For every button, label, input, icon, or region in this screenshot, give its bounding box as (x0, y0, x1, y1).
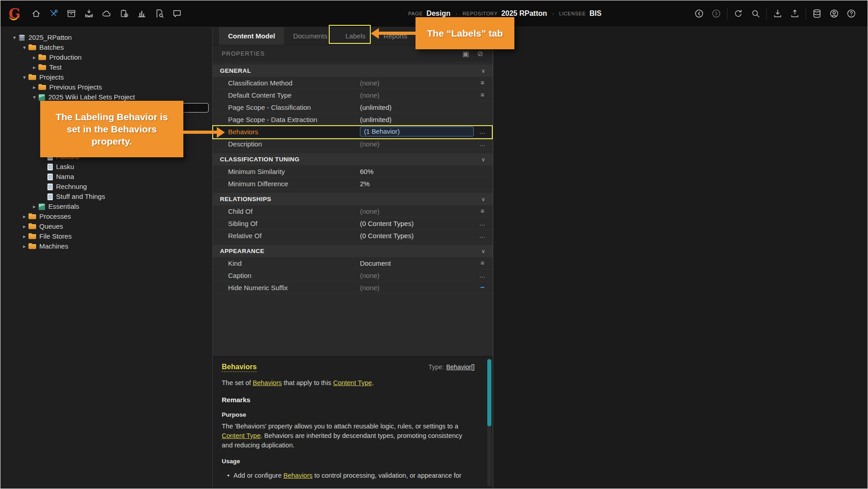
tree-item[interactable]: ▸ Machines (0, 241, 212, 251)
no-entry-icon[interactable]: ⊘ (477, 49, 484, 58)
property-row[interactable]: Page Scope - Data Extraction (unlimited) (213, 113, 493, 126)
download-icon[interactable] (772, 8, 784, 19)
chevron-down-icon[interactable]: ∨ (481, 68, 485, 74)
property-row[interactable]: Kind Document ≡ (213, 257, 493, 269)
expander-icon[interactable]: ▸ (30, 82, 38, 92)
property-row[interactable]: Minimum Difference 2% (213, 178, 493, 190)
chevron-down-icon[interactable]: ∨ (481, 196, 485, 202)
tree-item[interactable]: ▾ Batches (0, 42, 212, 52)
property-row[interactable]: Description (none) … (213, 138, 493, 150)
tree-item[interactable]: ▾ 2025_RPatton (0, 33, 212, 42)
chevron-down-icon[interactable]: ∨ (481, 156, 485, 163)
back-icon[interactable] (693, 8, 705, 19)
tree-item[interactable]: Lasku (0, 162, 212, 172)
expander-icon[interactable]: ▸ (30, 62, 38, 72)
refresh-icon[interactable] (733, 8, 744, 19)
property-action-button[interactable]: ≡ (477, 79, 487, 86)
property-row[interactable]: Page Scope - Classification (unlimited) (213, 101, 493, 113)
text-segment[interactable]: Content Type (222, 432, 261, 439)
chevron-down-icon[interactable]: ∨ (481, 248, 485, 254)
chat-icon[interactable] (171, 8, 183, 19)
home-icon[interactable] (30, 8, 42, 19)
property-action-button[interactable]: ≡ (477, 91, 487, 99)
property-value[interactable]: (none) (360, 207, 477, 215)
section-header-tuning[interactable]: CLASSIFICATION TUNING ∨ (213, 153, 493, 165)
upload-icon[interactable] (789, 8, 801, 19)
help-icon[interactable] (845, 8, 857, 19)
tree-item[interactable]: ▸ Essentials (0, 202, 212, 212)
tasks-clock-icon[interactable] (118, 8, 130, 19)
page-value[interactable]: Design (426, 9, 450, 18)
bar-chart-icon[interactable] (136, 8, 148, 19)
pin-icon[interactable]: ▣ (462, 49, 470, 58)
user-icon[interactable] (828, 8, 840, 19)
property-value[interactable]: (0 Content Types) (360, 220, 477, 227)
expander-icon[interactable]: ▸ (20, 212, 28, 221)
property-action-button[interactable]: ≡ (477, 207, 487, 215)
tree-item[interactable]: ▸ Previous Projects (0, 82, 212, 92)
section-header-relationships[interactable]: RELATIONSHIPS ∨ (213, 193, 493, 205)
section-header-appearance[interactable]: APPEARANCE ∨ (213, 245, 493, 257)
tree-item[interactable]: Rechnung (0, 182, 212, 192)
property-value[interactable]: (none) (360, 284, 477, 292)
submit-batch-icon[interactable] (83, 8, 95, 19)
tree-item[interactable]: Stuff and Things (0, 192, 212, 202)
search-icon[interactable] (750, 8, 761, 19)
property-value[interactable]: Document (360, 259, 477, 267)
tree-item[interactable]: ▸ Test (0, 62, 212, 72)
property-value[interactable]: (none) (360, 91, 477, 99)
property-value[interactable]: (none) (360, 272, 477, 279)
text-segment[interactable]: Content Type (333, 379, 372, 386)
forward-icon[interactable] (710, 8, 722, 19)
property-row[interactable]: Caption (none) … (213, 269, 493, 282)
tools-icon[interactable] (48, 8, 60, 19)
archive-box-icon[interactable] (65, 8, 77, 19)
expander-icon[interactable]: ▾ (20, 72, 28, 82)
tree-item[interactable]: ▾ 2025 Wiki Label Sets Project (0, 92, 212, 102)
property-value[interactable]: (none) (360, 140, 477, 148)
type-link[interactable]: Behavior[] (446, 363, 475, 371)
property-row[interactable]: Child Of (none) ≡ (213, 205, 493, 217)
tab[interactable]: Content Model (219, 27, 284, 45)
help-title[interactable]: Behaviors (222, 363, 257, 372)
property-value[interactable]: 60% (360, 168, 477, 175)
scrollbar-thumb[interactable] (487, 359, 491, 426)
tree-item[interactable]: Faktura (0, 152, 212, 162)
document-search-icon[interactable] (154, 8, 165, 19)
text-segment[interactable]: Behaviors (284, 472, 313, 479)
property-action-button[interactable]: … (477, 272, 487, 279)
tree-item[interactable]: ▸ Processes (0, 212, 212, 221)
help-scrollbar[interactable] (487, 358, 491, 486)
rename-input[interactable] (40, 103, 209, 113)
tree-item[interactable]: ▸ Queues (0, 221, 212, 231)
property-row[interactable]: Behaviors (1 Behavior) … (213, 126, 493, 138)
property-value[interactable]: (0 Content Types) (360, 232, 477, 240)
property-row[interactable]: Minimum Similarity 60% (213, 165, 493, 178)
property-value[interactable]: (unlimited) (360, 116, 477, 123)
expander-icon[interactable]: ▸ (30, 52, 38, 62)
property-value[interactable]: (unlimited) (360, 103, 477, 111)
expander-icon[interactable]: ▾ (10, 33, 19, 42)
property-value[interactable]: (1 Behavior) (360, 127, 474, 136)
property-action-button[interactable]: … (477, 128, 487, 135)
grooper-logo[interactable]: G (9, 7, 20, 21)
expander-icon[interactable]: ▸ (20, 241, 28, 251)
property-row[interactable]: Default Content Type (none) ≡ (213, 89, 493, 101)
tree-item[interactable]: ▾ Projects (0, 72, 212, 82)
tree-item[interactable]: Nama (0, 172, 212, 182)
property-action-button[interactable]: … (477, 220, 487, 227)
expander-icon[interactable]: ▸ (20, 221, 28, 231)
tree-item[interactable]: ▸ File Stores (0, 231, 212, 241)
expander-icon[interactable]: ▾ (30, 92, 38, 102)
property-action-button[interactable]: − (477, 283, 487, 292)
expander-icon[interactable]: ▸ (20, 231, 28, 241)
tab[interactable]: Reports (374, 27, 416, 45)
expander-icon[interactable]: ▸ (30, 202, 38, 212)
property-value[interactable]: (none) (360, 79, 477, 87)
database-icon[interactable] (811, 8, 823, 19)
text-segment[interactable]: Behaviors (253, 379, 282, 386)
property-row[interactable]: Hide Numeric Suffix (none) − (213, 282, 493, 294)
property-action-button[interactable]: … (477, 140, 487, 147)
property-value[interactable]: 2% (360, 180, 477, 188)
property-row[interactable]: Relative Of (0 Content Types) … (213, 230, 493, 242)
